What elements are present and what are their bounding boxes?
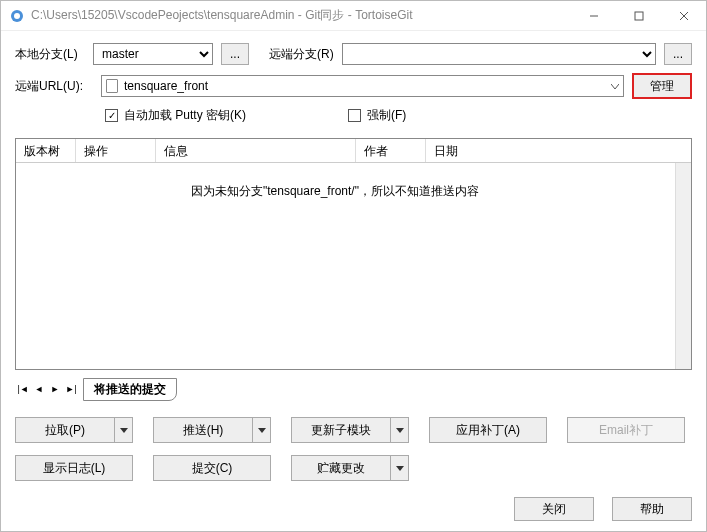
svg-point-1 [14,13,20,19]
commit-button[interactable]: 提交(C) [153,455,271,481]
table-info-message: 因为未知分支"tensquare_front/"，所以不知道推送内容 [16,163,691,200]
tab-prev-icon[interactable]: ◄ [31,381,47,397]
stash-button[interactable]: 贮藏更改 [291,455,409,481]
titlebar: C:\Users\15205\VscodePeojects\tensquareA… [1,1,706,31]
chevron-down-icon [611,79,619,93]
window-title: C:\Users\15205\VscodePeojects\tensquareA… [31,7,571,24]
git-sync-dialog: C:\Users\15205\VscodePeojects\tensquareA… [0,0,707,532]
autoload-putty-checkbox[interactable] [105,109,118,122]
col-action[interactable]: 操作 [76,139,156,162]
update-submodule-dropdown[interactable] [391,417,409,443]
force-checkbox[interactable] [348,109,361,122]
pull-dropdown[interactable] [115,417,133,443]
stash-dropdown[interactable] [391,455,409,481]
tab-last-icon[interactable]: ►| [63,381,79,397]
local-branch-browse-button[interactable]: ... [221,43,249,65]
col-author[interactable]: 作者 [356,139,426,162]
apply-patch-button[interactable]: 应用补丁(A) [429,417,547,443]
email-patch-button: Email补丁 [567,417,685,443]
app-icon [9,8,25,24]
pull-button[interactable]: 拉取(P) [15,417,133,443]
close-button[interactable] [661,1,706,30]
maximize-button[interactable] [616,1,661,30]
tab-first-icon[interactable]: |◄ [15,381,31,397]
remote-url-combo[interactable]: tensquare_front [101,75,624,97]
force-label: 强制(F) [367,107,406,124]
help-button[interactable]: 帮助 [612,497,692,521]
tab-push-commits[interactable]: 将推送的提交 [83,378,177,401]
vertical-scrollbar[interactable] [675,163,691,369]
col-date[interactable]: 日期 [426,139,691,162]
remote-url-value: tensquare_front [124,79,208,93]
update-submodule-button[interactable]: 更新子模块 [291,417,409,443]
push-button[interactable]: 推送(H) [153,417,271,443]
push-dropdown[interactable] [253,417,271,443]
tab-next-icon[interactable]: ► [47,381,63,397]
tab-nav-arrows: |◄ ◄ ► ►| [15,381,79,397]
show-log-button[interactable]: 显示日志(L) [15,455,133,481]
autoload-putty-label: 自动加载 Putty 密钥(K) [124,107,246,124]
remote-branch-browse-button[interactable]: ... [664,43,692,65]
remote-branch-label: 远端分支(R) [269,46,334,63]
file-icon [106,79,118,93]
col-tree[interactable]: 版本树 [16,139,76,162]
manage-button[interactable]: 管理 [632,73,692,99]
svg-rect-3 [635,12,643,20]
local-branch-select[interactable]: master [93,43,213,65]
remote-url-label: 远端URL(U): [15,78,93,95]
minimize-button[interactable] [571,1,616,30]
local-branch-label: 本地分支(L) [15,46,85,63]
remote-branch-select[interactable] [342,43,656,65]
close-dialog-button[interactable]: 关闭 [514,497,594,521]
table-header: 版本树 操作 信息 作者 日期 [16,139,691,163]
commit-table: 版本树 操作 信息 作者 日期 因为未知分支"tensquare_front/"… [15,138,692,370]
col-info[interactable]: 信息 [156,139,356,162]
